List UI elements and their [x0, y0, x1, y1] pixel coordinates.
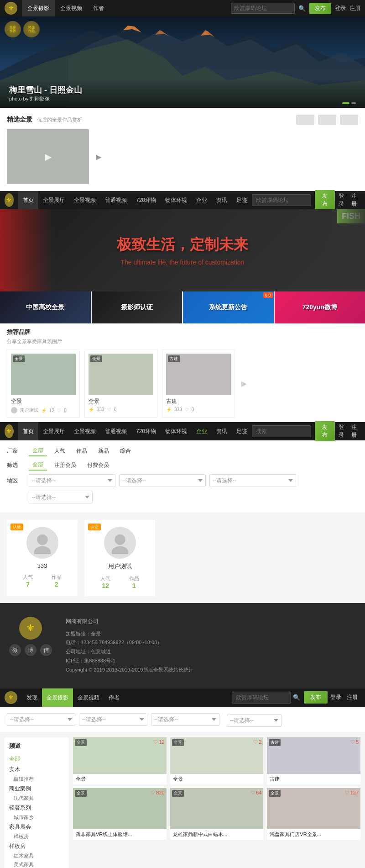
sidebar-item-model-room[interactable]: 样板房: [9, 841, 64, 852]
social-weibo-icon[interactable]: 微: [9, 644, 21, 656]
sidebar-sub-urban[interactable]: 城市家乡: [9, 813, 64, 822]
publish-button-2[interactable]: 发布: [315, 421, 335, 441]
nav-item-theater[interactable]: 全景展厅: [38, 191, 69, 209]
filter-tab-all[interactable]: 全部: [29, 446, 47, 456]
brand-card-img-3[interactable]: 古建: [166, 354, 231, 395]
filter-select-3[interactable]: --请选择--: [209, 474, 296, 487]
filter-tab-works[interactable]: 作品: [73, 446, 91, 456]
sidebar-item-solid-wood[interactable]: 实木: [9, 764, 64, 775]
nav2-item-720[interactable]: 720环物: [131, 422, 161, 440]
filter-select-1[interactable]: --请选择--: [29, 474, 115, 487]
filter-tab-new[interactable]: 新品: [94, 446, 113, 456]
sidebar-sub-mahogany[interactable]: 红木家具: [9, 852, 64, 860]
sidebar-item-light-luxury[interactable]: 轻奢系列: [9, 803, 64, 813]
filter-label-1: 厂家: [7, 447, 25, 455]
filter-select-4[interactable]: --请选择--: [29, 491, 93, 503]
bottom-search-input[interactable]: [232, 692, 291, 704]
bottom-nav-author[interactable]: 作者: [104, 688, 124, 707]
sidebar-item-commercial[interactable]: 商业案例: [9, 783, 64, 794]
tab-panorama-photo[interactable]: 全景摄影: [22, 0, 55, 16]
main-search-input-2[interactable]: [252, 425, 311, 437]
login-button-bottom[interactable]: 登录: [328, 693, 344, 701]
filter-tab-all-2[interactable]: 全部: [29, 460, 47, 471]
top-search-input[interactable]: [231, 3, 295, 14]
sidebar-item-furniture-expo[interactable]: 家具展会: [9, 822, 64, 832]
login-button-2[interactable]: 登录: [335, 423, 348, 439]
featured-tab-1[interactable]: [296, 115, 314, 125]
banner-grid-item-4[interactable]: 720yun微博: [275, 291, 365, 323]
main-search-input[interactable]: [252, 194, 311, 206]
brand-card-img-2[interactable]: 全景: [89, 354, 153, 395]
photo-card-img-1[interactable]: 全景 ♡12: [73, 737, 167, 774]
sidebar-sub-model-room[interactable]: 样板房: [9, 832, 64, 841]
publish-button-top[interactable]: 发布: [309, 3, 331, 14]
sidebar-sub-editor[interactable]: 编辑推荐: [9, 775, 64, 783]
register-button-main[interactable]: 注册: [348, 192, 360, 208]
register-button-2[interactable]: 注册: [348, 423, 360, 439]
hero-dot-1[interactable]: [342, 102, 349, 104]
photo-wide-img-2[interactable]: 全景 ♡64: [170, 788, 264, 829]
nav2-item-news[interactable]: 资讯: [212, 422, 232, 440]
social-wechat-icon[interactable]: 信: [40, 644, 52, 656]
publish-button-main[interactable]: 发布: [315, 190, 335, 210]
photo-wide-img-1[interactable]: 全景 ♡820: [73, 788, 167, 829]
register-button-top[interactable]: 注册: [349, 5, 360, 12]
brand-arrow-right[interactable]: ▶: [240, 349, 249, 418]
nav2-item-theater[interactable]: 全景展厅: [38, 422, 69, 440]
publish-button-bottom[interactable]: 发布: [304, 691, 328, 704]
login-button-top[interactable]: 登录: [335, 5, 346, 12]
region-select-2[interactable]: --请选择--: [79, 713, 147, 726]
likes-count-3: 0: [192, 407, 194, 412]
marketing-content: 极致生活，定制未来 The ultimate life, the future …: [117, 235, 248, 266]
featured-tab-3[interactable]: [340, 115, 358, 125]
banner-grid-item-3[interactable]: 系统更新公告 6.0: [183, 291, 274, 323]
nav2-item-normal-video[interactable]: 普通视频: [100, 422, 131, 440]
bottom-nav-discover[interactable]: 发现: [22, 688, 42, 707]
sidebar-item-all[interactable]: 全部: [9, 754, 64, 764]
nav-item-object[interactable]: 物体环视: [161, 191, 192, 209]
photo-card-img-3[interactable]: 古建 ♡5: [267, 737, 360, 774]
stat-works-2: 作品 1: [129, 575, 139, 589]
filter-tab-paid[interactable]: 付费会员: [83, 460, 113, 470]
social-blog-icon[interactable]: 博: [25, 644, 36, 656]
region-select-1[interactable]: --请选择--: [7, 713, 75, 726]
hero-dot-2[interactable]: [351, 102, 356, 104]
tab-panorama-video[interactable]: 全景视频: [55, 0, 88, 16]
region-select-4[interactable]: --请选择--: [227, 714, 282, 727]
sidebar-sub-american[interactable]: 美式家具: [9, 860, 64, 868]
featured-tab-2[interactable]: [318, 115, 336, 125]
nav-item-enterprise[interactable]: 企业: [192, 191, 212, 209]
nav-item-normal-video[interactable]: 普通视频: [100, 191, 131, 209]
banner-grid-item-1[interactable]: 中国高校全景: [0, 291, 91, 323]
sidebar-sub-modern[interactable]: 现代家具: [9, 794, 64, 803]
bottom-nav-video[interactable]: 全景视频: [73, 688, 104, 707]
banner-grid-item-2[interactable]: 摄影师认证: [92, 291, 182, 323]
brand-card-img-1[interactable]: 全景: [11, 354, 76, 395]
register-button-bottom[interactable]: 注册: [344, 693, 360, 701]
bottom-nav-panorama[interactable]: 全景摄影: [42, 688, 73, 707]
nav-item-home[interactable]: 首页: [18, 191, 38, 209]
featured-main-image[interactable]: [7, 129, 89, 184]
filter-row-3: 地区 --请选择-- --请选择-- --请选择--: [7, 474, 358, 487]
nav-item-video[interactable]: 全景视频: [69, 191, 100, 209]
filter-tab-comprehensive[interactable]: 综合: [116, 446, 135, 456]
nav-item-news[interactable]: 资讯: [212, 191, 232, 209]
nav2-item-footprint[interactable]: 足迹: [232, 422, 252, 440]
nav-item-720[interactable]: 720环物: [131, 191, 161, 209]
region-select-3[interactable]: --请选择--: [151, 713, 219, 726]
filter-select-2[interactable]: --请选择--: [119, 474, 206, 487]
login-button-main[interactable]: 登录: [335, 192, 348, 208]
nav2-item-enterprise[interactable]: 企业: [192, 422, 212, 440]
main-nav: ⚜ 首页 全景展厅 全景视频 普通视频 720环物 物体环视 企业 资讯 足迹 …: [0, 191, 365, 209]
nav-item-footprint[interactable]: 足迹: [232, 191, 252, 209]
filter-tab-popular[interactable]: 人气: [51, 446, 69, 456]
nav2-item-home[interactable]: 首页: [18, 422, 38, 440]
filter-tab-registered[interactable]: 注册会员: [51, 460, 80, 470]
nav2-item-object[interactable]: 物体环视: [161, 422, 192, 440]
nav2-item-video[interactable]: 全景视频: [69, 422, 100, 440]
featured-arrow-right[interactable]: ▶: [94, 129, 104, 184]
tab-author[interactable]: 作者: [88, 0, 110, 16]
photo-wide-img-3[interactable]: 全景 ♡127: [267, 788, 360, 829]
photo-card-img-2[interactable]: 全景 ♡2: [170, 737, 264, 774]
hero-overlay: 梅里雪山 - 日照金山 photo by 刘刚影像: [0, 79, 365, 108]
